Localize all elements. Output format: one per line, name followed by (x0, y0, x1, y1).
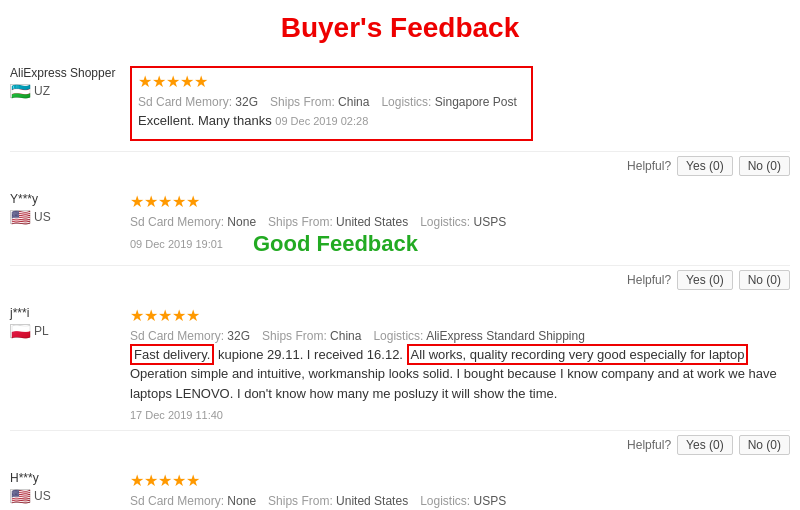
country-code: US (34, 489, 51, 503)
review-meta: Sd Card Memory: 32G Ships From: China Lo… (138, 95, 525, 109)
country-flag: 🇺🇸 (10, 210, 30, 224)
helpful-row: Helpful? Yes (0) No (0) (10, 431, 790, 459)
review-item: AliExpress Shopper 🇺🇿 UZ ★★★★★ Sd Card M… (10, 54, 790, 152)
country-code: PL (34, 324, 49, 338)
review-date: 09 Dec 2019 19:01 (130, 238, 223, 250)
no-button[interactable]: No (0) (739, 435, 790, 455)
no-button[interactable]: No (0) (739, 270, 790, 290)
review-date: 09 Dec 2019 02:28 (275, 115, 368, 127)
page-title: Buyer's Feedback (0, 0, 800, 54)
helpful-row: Helpful? Yes (0) No (0) (10, 266, 790, 294)
reviewer-name: H***y (10, 471, 120, 485)
review-text: Excellent. Many thanks 09 Dec 2019 02:28 (138, 111, 525, 131)
helpful-label: Helpful? (627, 159, 671, 173)
no-button[interactable]: No (0) (739, 156, 790, 176)
country-flag: 🇺🇸 (10, 489, 30, 503)
review-text: Fast delivery. kupione 29.11. I received… (130, 345, 790, 404)
review-meta: Sd Card Memory: None Ships From: United … (130, 494, 790, 508)
star-rating: ★★★★★ (130, 306, 790, 325)
review-date: 17 Dec 2019 11:40 (130, 409, 223, 421)
yes-button[interactable]: Yes (0) (677, 270, 733, 290)
country-code: UZ (34, 84, 50, 98)
helpful-label: Helpful? (627, 273, 671, 287)
star-rating: ★★★★★ (138, 72, 525, 91)
country-flag: 🇺🇿 (10, 84, 30, 98)
review-content: ★★★★★ Sd Card Memory: None Ships From: U… (130, 471, 790, 510)
reviewer-info: H***y 🇺🇸 US (10, 471, 120, 510)
highlight-quality: All works, quality recording very good e… (407, 344, 749, 365)
review-item: H***y 🇺🇸 US ★★★★★ Sd Card Memory: None S… (10, 459, 790, 510)
reviewer-country: 🇺🇿 UZ (10, 84, 120, 98)
good-feedback-label: Good Feedback (253, 231, 418, 257)
star-rating: ★★★★★ (130, 471, 790, 490)
review-meta: Sd Card Memory: 32G Ships From: China Lo… (130, 329, 790, 343)
country-flag: 🇵🇱 (10, 324, 30, 338)
review-item: Y***y 🇺🇸 US ★★★★★ Sd Card Memory: None S… (10, 180, 790, 266)
highlight-prefix: Fast delivery. (130, 344, 214, 365)
review-meta: Sd Card Memory: None Ships From: United … (130, 215, 790, 229)
reviewer-name: AliExpress Shopper (10, 66, 120, 80)
reviewer-info: Y***y 🇺🇸 US (10, 192, 120, 257)
yes-button[interactable]: Yes (0) (677, 435, 733, 455)
reviewer-country: 🇺🇸 US (10, 489, 120, 503)
star-rating: ★★★★★ (130, 192, 790, 211)
reviewer-name: j***i (10, 306, 120, 320)
reviewer-country: 🇵🇱 PL (10, 324, 120, 338)
helpful-row: Helpful? Yes (0) No (0) (10, 152, 790, 180)
reviews-container: AliExpress Shopper 🇺🇿 UZ ★★★★★ Sd Card M… (0, 54, 800, 510)
reviewer-country: 🇺🇸 US (10, 210, 120, 224)
yes-button[interactable]: Yes (0) (677, 156, 733, 176)
review-content: ★★★★★ Sd Card Memory: 32G Ships From: Ch… (130, 306, 790, 423)
reviewer-name: Y***y (10, 192, 120, 206)
review-content: ★★★★★ Sd Card Memory: None Ships From: U… (130, 192, 790, 257)
helpful-label: Helpful? (627, 438, 671, 452)
review-item: j***i 🇵🇱 PL ★★★★★ Sd Card Memory: 32G Sh… (10, 294, 790, 432)
reviewer-info: AliExpress Shopper 🇺🇿 UZ (10, 66, 120, 143)
reviewer-info: j***i 🇵🇱 PL (10, 306, 120, 423)
review-content: ★★★★★ Sd Card Memory: 32G Ships From: Ch… (130, 66, 790, 143)
country-code: US (34, 210, 51, 224)
